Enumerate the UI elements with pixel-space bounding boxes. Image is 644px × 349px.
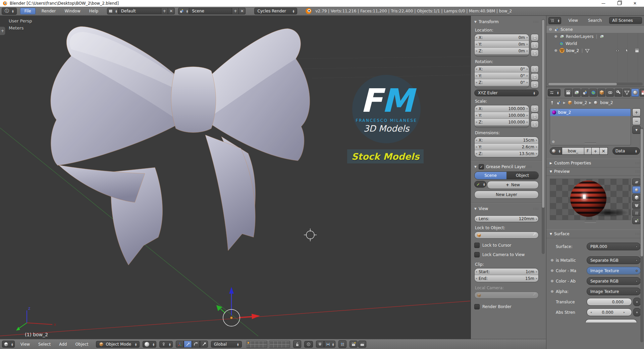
gp-new-layer-button[interactable]: New Layer: [474, 191, 539, 199]
preview-panel-header[interactable]: ▼ Preview ∷∷: [546, 167, 644, 176]
transform-panel-header[interactable]: ▼ Transform ∷∷: [474, 18, 539, 25]
dimensions-x-field[interactable]: ◂X:15cm▸: [475, 137, 538, 144]
lock-to-scene-button[interactable]: [293, 340, 301, 348]
material-add-button[interactable]: +: [592, 147, 600, 155]
clip-start-field[interactable]: ◂Start:1cm▸: [475, 268, 538, 275]
clip-end-field[interactable]: ◂End:15m▸: [475, 275, 538, 282]
window-minimize-button[interactable]: —: [601, 1, 605, 5]
expand-plus-icon[interactable]: ⊕: [554, 34, 558, 39]
translate-manipulator-button[interactable]: [184, 341, 192, 348]
preview-plane-button[interactable]: [632, 179, 641, 186]
slot-specials-button[interactable]: ▼: [632, 126, 641, 134]
tab-render-layers[interactable]: [573, 89, 581, 97]
scene-name-field[interactable]: Scene: [189, 8, 232, 14]
view-panel-header[interactable]: ▼ View ∷∷: [474, 205, 539, 212]
slot-add-button[interactable]: +: [632, 108, 641, 116]
outliner-row-object[interactable]: ⊕ bow_2 |: [546, 47, 644, 54]
socket-dot-button[interactable]: [633, 308, 641, 316]
outliner-view-menu[interactable]: View: [566, 17, 581, 23]
screen-layout-delete-button[interactable]: ✕: [168, 8, 175, 14]
screen-layout-name-field[interactable]: Default: [118, 8, 161, 14]
color-ab-input-button[interactable]: Separate RGB: [587, 277, 641, 285]
tab-scene[interactable]: [581, 89, 589, 97]
tab-object[interactable]: [598, 89, 605, 97]
toolbar-open-tab[interactable]: +: [0, 27, 5, 35]
tab-modifiers[interactable]: [614, 89, 622, 97]
window-close-button[interactable]: ✕: [633, 1, 637, 5]
collapse-minus-icon[interactable]: ⊖: [548, 27, 552, 32]
screen-layout-add-button[interactable]: +: [161, 8, 168, 14]
location-x-lock-button[interactable]: [531, 34, 539, 41]
scale-y-field[interactable]: ◂Y:100.000▸: [475, 112, 529, 119]
lens-field[interactable]: ◂ Lens: 120mm ▸: [474, 215, 539, 222]
render-engine-select[interactable]: Cycles Render ▲▼: [254, 8, 297, 14]
gp-new-button[interactable]: + New: [487, 181, 539, 189]
rotation-z-lock-button[interactable]: [531, 81, 539, 88]
snap-element-select[interactable]: ▲▼: [324, 341, 336, 348]
location-y-field[interactable]: ◂Y:0m▸: [475, 41, 529, 48]
outliner-display-filter-select[interactable]: All Scenes: [609, 17, 642, 24]
material-slot-list[interactable]: bow_2 ⊕: [550, 108, 631, 145]
translucency-slider[interactable]: 0.000: [587, 298, 632, 306]
scale-manipulator-button[interactable]: [200, 341, 208, 348]
panel-grip-icon[interactable]: ∷∷: [533, 207, 539, 211]
preview-resize-grip[interactable]: [585, 221, 596, 223]
tab-material[interactable]: [631, 89, 639, 97]
surface-panel-header[interactable]: ▼ Surface ∷∷: [546, 230, 644, 238]
preview-monkey-button[interactable]: [632, 202, 641, 209]
tab-world[interactable]: [589, 89, 597, 97]
slot-list-expand-icon[interactable]: ⊕: [552, 140, 555, 144]
visibility-eye-icon[interactable]: [615, 48, 620, 53]
tab-constraints[interactable]: [606, 89, 614, 97]
gp-source-scene-tab[interactable]: Scene: [475, 172, 506, 179]
is-metallic-input-button[interactable]: Separate RGB: [587, 256, 641, 264]
material-slot-row[interactable]: bow_2: [550, 109, 631, 116]
panel-grip-icon[interactable]: ∷∷: [533, 20, 539, 24]
material-name-field[interactable]: bow_: [562, 147, 584, 155]
slot-list-resize-grip[interactable]: [585, 143, 596, 144]
scene-delete-button[interactable]: ✕: [239, 8, 246, 14]
breadcrumb-material-name[interactable]: bow_2: [600, 100, 613, 105]
outliner-hscrollbar[interactable]: [548, 83, 643, 86]
material-browse-button[interactable]: ▲▼: [550, 147, 562, 155]
eyedropper-icon[interactable]: [532, 292, 536, 298]
viewport-object-menu[interactable]: Object: [72, 341, 91, 347]
abs-strength-field[interactable]: ◂ 0.000 ▸: [587, 308, 632, 316]
render-border-checkbox[interactable]: [474, 304, 480, 309]
rotate-manipulator-button[interactable]: [192, 341, 200, 348]
preview-particles-button[interactable]: [632, 217, 641, 224]
material-unlink-button[interactable]: ✕: [600, 147, 608, 155]
location-x-field[interactable]: ◂X:0m▸: [475, 34, 529, 41]
help-menu[interactable]: Help: [87, 8, 101, 14]
rotation-mode-select[interactable]: XYZ Euler ▲▼: [474, 90, 539, 96]
lock-to-cursor-checkbox[interactable]: [474, 243, 480, 248]
local-camera-field[interactable]: [474, 292, 539, 299]
layers-widget-left[interactable]: [246, 341, 267, 348]
render-menu[interactable]: Render: [39, 8, 59, 14]
properties-editor-type-button[interactable]: ▲▼: [548, 89, 560, 96]
pin-icon[interactable]: [550, 100, 554, 105]
proportional-edit-select[interactable]: [304, 341, 313, 348]
viewport-add-menu[interactable]: Add: [56, 341, 69, 347]
preview-cube-button[interactable]: [632, 194, 641, 201]
outliner-search-menu[interactable]: Search: [585, 17, 604, 23]
socket-expand-icon[interactable]: ⊕: [550, 258, 554, 262]
panel-grip-icon[interactable]: ∷∷: [635, 161, 641, 165]
scale-x-lock-button[interactable]: [531, 105, 539, 112]
outliner-row-world[interactable]: World: [546, 40, 644, 47]
eyedropper-icon[interactable]: [532, 232, 536, 238]
lock-to-object-field[interactable]: [474, 232, 539, 239]
breadcrumb-object-name[interactable]: bow_2: [574, 100, 587, 105]
scale-z-field[interactable]: ◂Z:100.000▸: [475, 119, 529, 126]
window-restore-button[interactable]: [618, 1, 621, 6]
socket-expand-icon[interactable]: ⊕: [550, 279, 554, 283]
location-z-lock-button[interactable]: [531, 49, 539, 57]
panel-grip-icon[interactable]: ∷∷: [526, 165, 532, 169]
viewport-view-menu[interactable]: View: [18, 341, 33, 347]
grease-pencil-panel-header[interactable]: ▼ ✓ Grease Pencil Layer ∷∷: [474, 163, 539, 170]
manipulator-toggle-button[interactable]: [176, 341, 184, 348]
custom-properties-panel-header[interactable]: ▶ Custom Properties ∷∷: [546, 159, 644, 167]
location-z-field[interactable]: ◂Z:0m▸: [475, 48, 529, 54]
socket-dot-button[interactable]: [633, 298, 641, 306]
snap-toggle-button[interactable]: [316, 341, 324, 348]
